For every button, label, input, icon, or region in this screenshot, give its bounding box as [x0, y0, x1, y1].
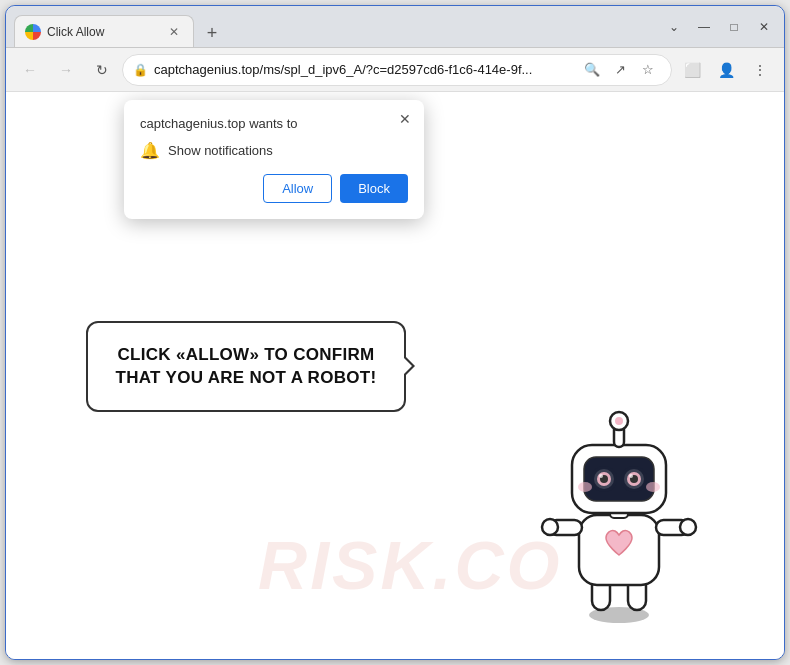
- profile-icon[interactable]: 👤: [710, 54, 742, 86]
- watermark-text: RISK.CO: [258, 526, 562, 604]
- lock-icon: 🔒: [133, 63, 148, 77]
- browser-window: Click Allow ✕ + ⌄ — □ ✕ ← → ↻ 🔒 captchag…: [5, 5, 785, 660]
- tab-close-button[interactable]: ✕: [165, 23, 183, 41]
- address-actions: 🔍 ↗ ☆: [579, 57, 661, 83]
- tab-search-icon[interactable]: ⬜: [676, 54, 708, 86]
- search-icon[interactable]: 🔍: [579, 57, 605, 83]
- notification-permission-popup: ✕ captchagenius.top wants to 🔔 Show noti…: [124, 100, 424, 219]
- popup-header: captchagenius.top wants to: [140, 116, 408, 131]
- nav-bar: ← → ↻ 🔒 captchagenius.top/ms/spl_d_ipv6_…: [6, 48, 784, 92]
- menu-icon[interactable]: ⋮: [744, 54, 776, 86]
- svg-point-7: [680, 519, 696, 535]
- bubble-text: CLICK «ALLOW» TO CONFIRM THAT YOU ARE NO…: [116, 345, 377, 388]
- robot-container: [534, 405, 704, 629]
- svg-point-6: [542, 519, 558, 535]
- maximize-button[interactable]: □: [722, 15, 746, 39]
- svg-point-12: [615, 417, 623, 425]
- forward-button[interactable]: →: [50, 54, 82, 86]
- popup-notification-row: 🔔 Show notifications: [140, 141, 408, 160]
- allow-button[interactable]: Allow: [263, 174, 332, 203]
- share-icon[interactable]: ↗: [607, 57, 633, 83]
- address-bar[interactable]: 🔒 captchagenius.top/ms/spl_d_ipv6_A/?c=d…: [122, 54, 672, 86]
- nav-right-buttons: ⬜ 👤 ⋮: [676, 54, 776, 86]
- window-controls: ⌄ — □ ✕: [662, 15, 776, 39]
- address-text: captchagenius.top/ms/spl_d_ipv6_A/?c=d25…: [154, 62, 573, 77]
- minimize-button[interactable]: —: [692, 15, 716, 39]
- block-button[interactable]: Block: [340, 174, 408, 203]
- bell-icon: 🔔: [140, 141, 160, 160]
- notification-label: Show notifications: [168, 143, 273, 158]
- title-bar: Click Allow ✕ + ⌄ — □ ✕: [6, 6, 784, 48]
- tab-area: Click Allow ✕ +: [14, 6, 662, 47]
- reload-button[interactable]: ↻: [86, 54, 118, 86]
- svg-point-23: [629, 474, 633, 478]
- tab-favicon: [25, 24, 41, 40]
- tab-title: Click Allow: [47, 25, 159, 39]
- back-button[interactable]: ←: [14, 54, 46, 86]
- svg-point-25: [646, 482, 660, 492]
- active-tab[interactable]: Click Allow ✕: [14, 15, 194, 47]
- svg-point-24: [578, 482, 592, 492]
- speech-bubble: CLICK «ALLOW» TO CONFIRM THAT YOU ARE NO…: [86, 321, 406, 413]
- new-tab-button[interactable]: +: [198, 19, 226, 47]
- popup-buttons: Allow Block: [140, 174, 408, 203]
- bookmark-icon[interactable]: ☆: [635, 57, 661, 83]
- page-content: ✕ captchagenius.top wants to 🔔 Show noti…: [6, 92, 784, 659]
- chevron-down-button[interactable]: ⌄: [662, 15, 686, 39]
- close-button[interactable]: ✕: [752, 15, 776, 39]
- robot-image: [534, 405, 704, 625]
- popup-close-button[interactable]: ✕: [394, 108, 416, 130]
- svg-point-18: [599, 474, 603, 478]
